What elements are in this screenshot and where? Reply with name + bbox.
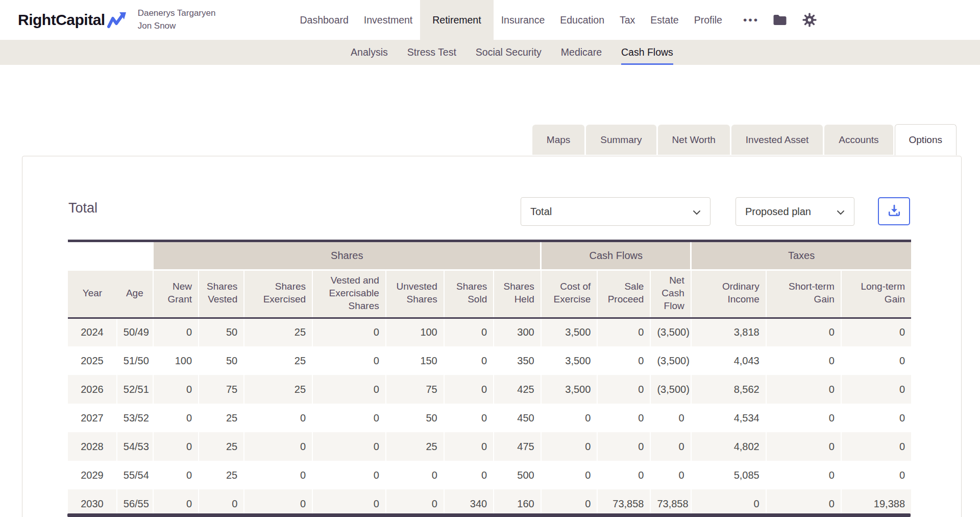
cell-2026-shares-sold: 0 xyxy=(444,375,494,404)
subnav-item-stress-test[interactable]: Stress Test xyxy=(407,40,456,65)
cell-2028-short-term-gain: 0 xyxy=(766,432,841,461)
cell-2030-year: 2030 xyxy=(68,489,117,517)
tab-invested-asset[interactable]: Invested Asset xyxy=(731,125,823,155)
nav-item-tax[interactable]: Tax xyxy=(612,0,643,40)
cell-2025-shares-sold: 0 xyxy=(444,346,494,375)
tab-options[interactable]: Options xyxy=(895,124,957,155)
more-menu-button[interactable]: ••• xyxy=(737,14,765,26)
nav-item-dashboard[interactable]: Dashboard xyxy=(292,0,356,40)
cell-2027-vested-and-exercisable-shares: 0 xyxy=(312,404,386,432)
tab-maps[interactable]: Maps xyxy=(532,125,584,155)
retirement-subnav: AnalysisStress TestSocial SecurityMedica… xyxy=(0,40,980,65)
cell-2027-shares-held: 450 xyxy=(494,404,541,432)
cell-2029-shares-sold: 0 xyxy=(444,461,494,489)
column-header-shares-sold: Shares Sold xyxy=(444,270,494,318)
nav-item-education[interactable]: Education xyxy=(552,0,612,40)
table-bottom-border[interactable] xyxy=(67,513,911,517)
plan-select[interactable]: Proposed plan xyxy=(736,197,854,226)
nav-item-retirement[interactable]: Retirement xyxy=(420,0,493,40)
rightcapital-logo[interactable]: RightCapital xyxy=(18,8,128,32)
cell-2028-shares-vested: 25 xyxy=(199,432,244,461)
cell-2026-cost-of-exercise: 3,500 xyxy=(541,375,598,404)
gear-icon[interactable] xyxy=(795,12,824,28)
cash-flows-table: SharesCash FlowsTaxes YearAgeNew GrantSh… xyxy=(68,240,911,517)
nav-item-estate[interactable]: Estate xyxy=(643,0,686,40)
logo-trend-arrow-icon xyxy=(107,11,128,32)
tab-summary[interactable]: Summary xyxy=(586,125,656,155)
subnav-item-medicare[interactable]: Medicare xyxy=(561,40,602,65)
view-select[interactable]: Total xyxy=(521,197,710,226)
cell-2029-age: 55/54 xyxy=(117,461,153,489)
client-selector[interactable]: Daenerys Targaryen Jon Snow xyxy=(138,7,216,32)
cell-2027-sale-proceed: 0 xyxy=(597,404,650,432)
cell-2027-unvested-shares: 50 xyxy=(386,404,444,432)
cell-2024-short-term-gain: 0 xyxy=(766,318,841,346)
main-nav: DashboardInvestmentRetirementInsuranceEd… xyxy=(292,0,729,40)
panel-title: Total xyxy=(68,200,97,216)
cell-2025-short-term-gain: 0 xyxy=(766,346,841,375)
tab-accounts[interactable]: Accounts xyxy=(824,125,893,155)
cell-2025-vested-and-exercisable-shares: 0 xyxy=(312,346,386,375)
cell-2025-shares-exercised: 25 xyxy=(244,346,312,375)
cell-2026-new-grant: 0 xyxy=(153,375,199,404)
column-header-age: Age xyxy=(117,270,153,318)
download-button[interactable] xyxy=(878,197,910,225)
view-select-value: Total xyxy=(530,206,552,218)
nav-item-insurance[interactable]: Insurance xyxy=(494,0,553,40)
cell-2030-unvested-shares: 0 xyxy=(386,489,444,517)
group-header-cash-flows: Cash Flows xyxy=(541,242,691,270)
chevron-down-icon xyxy=(837,206,845,218)
tab-net-worth[interactable]: Net Worth xyxy=(658,125,730,155)
column-header-shares-exercised: Shares Exercised xyxy=(244,270,312,318)
cell-2026-vested-and-exercisable-shares: 0 xyxy=(312,375,386,404)
cell-2027-shares-exercised: 0 xyxy=(244,404,312,432)
cell-2024-age: 50/49 xyxy=(117,318,153,346)
cell-2026-net-cash-flow: (3,500) xyxy=(650,375,691,404)
client-name-2: Jon Snow xyxy=(138,20,216,33)
cell-2030-long-term-gain: 19,388 xyxy=(841,489,911,517)
cell-2028-long-term-gain: 0 xyxy=(841,432,911,461)
cell-2028-net-cash-flow: 0 xyxy=(650,432,691,461)
cell-2025-cost-of-exercise: 3,500 xyxy=(541,346,598,375)
cell-2026-shares-exercised: 25 xyxy=(244,375,312,404)
cell-2025-shares-held: 350 xyxy=(494,346,541,375)
nav-item-profile[interactable]: Profile xyxy=(687,0,730,40)
folder-icon[interactable] xyxy=(765,13,795,27)
cell-2026-shares-vested: 75 xyxy=(199,375,244,404)
table-row-2029: 202955/5402500005000005,08500 xyxy=(68,461,911,489)
options-panel: Total Total Proposed plan SharesCash Flo… xyxy=(22,156,962,517)
cell-2029-shares-held: 500 xyxy=(494,461,541,489)
cell-2029-short-term-gain: 0 xyxy=(766,461,841,489)
cell-2024-year: 2024 xyxy=(68,318,117,346)
chevron-down-icon xyxy=(693,206,701,218)
top-bar-icons: ••• xyxy=(737,12,824,28)
cell-2024-long-term-gain: 0 xyxy=(841,318,911,346)
tab-strip: MapsSummaryNet WorthInvested AssetAccoun… xyxy=(532,124,957,155)
nav-item-investment[interactable]: Investment xyxy=(356,0,420,40)
column-header-net-cash-flow: Net Cash Flow xyxy=(650,270,691,318)
table-row-2024: 202450/4905025010003003,5000(3,500)3,818… xyxy=(68,318,911,346)
cell-2029-unvested-shares: 0 xyxy=(386,461,444,489)
cell-2025-unvested-shares: 150 xyxy=(386,346,444,375)
cell-2024-ordinary-income: 3,818 xyxy=(691,318,766,346)
column-header-shares-vested: Shares Vested xyxy=(199,270,244,318)
column-header-sale-proceed: Sale Proceed xyxy=(597,270,650,318)
column-header-long-term-gain: Long-term Gain xyxy=(841,270,911,318)
cell-2024-vested-and-exercisable-shares: 0 xyxy=(312,318,386,346)
subnav-item-cash-flows[interactable]: Cash Flows xyxy=(621,40,673,65)
top-bar: RightCapital Daenerys Targaryen Jon Snow… xyxy=(0,0,980,40)
cell-2025-long-term-gain: 0 xyxy=(841,346,911,375)
table-row-2027: 202753/52025005004500004,53400 xyxy=(68,404,911,432)
cell-2029-sale-proceed: 0 xyxy=(597,461,650,489)
cell-2024-shares-sold: 0 xyxy=(444,318,494,346)
cell-2030-new-grant: 0 xyxy=(153,489,199,517)
column-header-year: Year xyxy=(68,270,117,318)
cell-2027-year: 2027 xyxy=(68,404,117,432)
cell-2026-sale-proceed: 0 xyxy=(597,375,650,404)
cell-2026-age: 52/51 xyxy=(117,375,153,404)
subnav-item-social-security[interactable]: Social Security xyxy=(476,40,542,65)
cell-2030-net-cash-flow: 73,858 xyxy=(650,489,691,517)
download-tray-icon xyxy=(888,204,901,219)
subnav-item-analysis[interactable]: Analysis xyxy=(351,40,388,65)
cell-2027-net-cash-flow: 0 xyxy=(650,404,691,432)
